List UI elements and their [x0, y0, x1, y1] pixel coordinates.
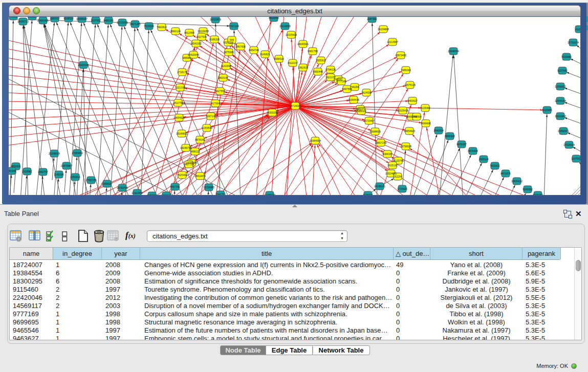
svg-text:9084067: 9084067 [382, 152, 393, 156]
svg-text:1221338: 1221338 [175, 86, 185, 89]
svg-text:17957255: 17957255 [85, 179, 97, 182]
svg-text:1115682: 1115682 [23, 170, 32, 173]
svg-text:12213967: 12213967 [387, 40, 398, 43]
svg-text:16154808: 16154808 [378, 28, 389, 31]
svg-text:203318: 203318 [28, 17, 37, 18]
svg-text:9777169: 9777169 [336, 80, 346, 83]
svg-text:2242753: 2242753 [215, 193, 226, 195]
svg-text:9245652: 9245652 [522, 188, 533, 191]
svg-text:7625402: 7625402 [177, 173, 187, 177]
svg-text:9108533: 9108533 [63, 17, 74, 20]
svg-text:10654112: 10654112 [511, 180, 522, 183]
svg-text:8860124: 8860124 [170, 30, 181, 33]
svg-text:16648784: 16648784 [448, 50, 459, 53]
svg-text:10655287: 10655287 [76, 17, 88, 20]
svg-text:20364436: 20364436 [348, 98, 359, 101]
svg-text:2087682: 2087682 [367, 17, 377, 20]
svg-text:16210643: 16210643 [555, 115, 566, 118]
svg-text:2867608: 2867608 [235, 45, 246, 48]
svg-text:16120746: 16120746 [393, 159, 404, 162]
svg-text:3267130: 3267130 [206, 115, 216, 118]
svg-text:1407719: 1407719 [184, 163, 194, 166]
svg-text:10025438: 10025438 [397, 109, 408, 112]
svg-text:1250513: 1250513 [70, 176, 80, 179]
svg-text:9457791: 9457791 [170, 185, 180, 188]
svg-text:2942757: 2942757 [38, 170, 48, 173]
svg-text:9327506: 9327506 [197, 35, 207, 38]
svg-text:20206518: 20206518 [49, 152, 60, 155]
svg-text:7986322: 7986322 [356, 110, 366, 113]
svg-text:15751074: 15751074 [568, 41, 579, 44]
svg-text:252254: 252254 [394, 175, 402, 178]
svg-text:7663822: 7663822 [157, 26, 167, 29]
svg-text:6466160: 6466160 [103, 19, 114, 22]
svg-text:9227542: 9227542 [557, 69, 568, 72]
svg-text:1588520: 1588520 [274, 57, 284, 60]
svg-text:8958928: 8958928 [445, 135, 455, 138]
svg-text:12975115: 12975115 [404, 83, 416, 86]
svg-text:990533: 990533 [9, 17, 18, 18]
svg-text:20053346: 20053346 [78, 63, 89, 67]
svg-text:11353594: 11353594 [201, 126, 212, 129]
svg-text:16033809: 16033809 [210, 18, 221, 21]
svg-text:7515526: 7515526 [144, 25, 154, 28]
svg-text:10973493: 10973493 [395, 54, 406, 57]
svg-text:391549: 391549 [9, 169, 16, 172]
svg-text:8816031: 8816031 [161, 194, 171, 195]
svg-text:746266: 746266 [351, 85, 359, 89]
svg-text:19166825: 19166825 [176, 132, 187, 135]
svg-text:111245: 111245 [575, 28, 580, 31]
svg-text:7632621: 7632621 [490, 164, 500, 167]
svg-text:3624554: 3624554 [361, 91, 372, 94]
svg-text:9146821: 9146821 [260, 53, 270, 56]
svg-text:1167533: 1167533 [571, 157, 580, 160]
svg-text:1615132: 1615132 [387, 164, 398, 167]
svg-text:6794028: 6794028 [325, 68, 336, 71]
svg-text:5498222: 5498222 [190, 150, 200, 153]
svg-text:18807249: 18807249 [375, 141, 386, 144]
svg-text:1810755: 1810755 [173, 101, 183, 104]
svg-text:2935114: 2935114 [478, 158, 488, 161]
svg-text:9474444: 9474444 [468, 149, 478, 152]
svg-text:13226058: 13226058 [198, 30, 209, 33]
svg-text:9115460: 9115460 [420, 106, 430, 110]
svg-text:9463627: 9463627 [407, 99, 418, 102]
svg-text:9699695: 9699695 [421, 122, 431, 125]
svg-text:4853501: 4853501 [11, 165, 21, 168]
svg-text:8878342: 8878342 [195, 138, 205, 141]
svg-text:14055713: 14055713 [17, 20, 29, 23]
svg-text:6990448: 6990448 [313, 70, 323, 73]
svg-text:19384554: 19384554 [310, 139, 321, 142]
svg-text:546: 546 [230, 38, 234, 41]
svg-text:7357224: 7357224 [229, 25, 239, 28]
svg-text:9242848: 9242848 [221, 64, 231, 68]
svg-text:16782759: 16782759 [117, 186, 128, 189]
svg-text:8215955: 8215955 [542, 108, 552, 112]
svg-text:8912954: 8912954 [184, 31, 194, 34]
svg-text:7485063: 7485063 [401, 69, 411, 72]
svg-text:10285343: 10285343 [264, 193, 275, 195]
svg-text:15716485: 15716485 [203, 186, 214, 189]
svg-text:18300295: 18300295 [267, 111, 278, 114]
svg-text:2803144: 2803144 [218, 76, 228, 79]
svg-text:10719155: 10719155 [117, 21, 128, 24]
svg-text:1063217: 1063217 [50, 17, 60, 20]
svg-text:10958107: 10958107 [101, 182, 113, 185]
svg-text:8427552: 8427552 [215, 90, 225, 93]
svg-text:13325419: 13325419 [286, 33, 297, 36]
svg-text:1145194: 1145194 [54, 173, 63, 176]
svg-text:3875685: 3875685 [224, 51, 234, 54]
svg-text:19654925: 19654925 [173, 116, 185, 119]
svg-text:23420046: 23420046 [188, 53, 199, 56]
svg-text:12444154: 12444154 [555, 99, 566, 102]
svg-text:16640921: 16640921 [297, 42, 309, 46]
svg-text:2718176: 2718176 [177, 71, 187, 74]
svg-text:17016504: 17016504 [563, 143, 575, 146]
svg-text:1733426: 1733426 [397, 187, 407, 190]
svg-text:8322037: 8322037 [288, 61, 298, 64]
svg-text:8454749: 8454749 [249, 49, 259, 52]
svg-text:19218506: 19218506 [279, 25, 291, 28]
svg-text:8813054: 8813054 [269, 17, 279, 19]
svg-text:10688609: 10688609 [369, 130, 381, 133]
svg-text:23975887: 23975887 [61, 164, 72, 167]
